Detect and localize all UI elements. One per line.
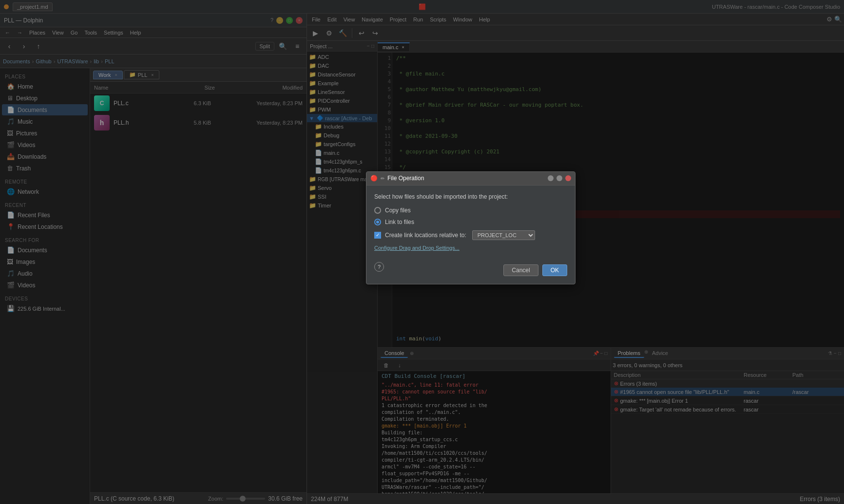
breadcrumb-documents[interactable]: Documents (3, 58, 30, 64)
dolphin-view-menu[interactable]: View (49, 29, 67, 37)
dolphin-maximize-btn[interactable]: □ (286, 17, 293, 24)
problems-tab[interactable]: Problems (614, 349, 644, 358)
tree-item-distance[interactable]: 📁DistanceSensor (307, 70, 377, 79)
ccs-project-menu[interactable]: Project (387, 16, 409, 23)
sidebar-item-documents[interactable]: 📄Documents (2, 104, 88, 115)
file-item-pllh[interactable]: h PLL.h 5.8 KiB Yesterday, 8:23 PM (90, 113, 307, 132)
problems-maximize-icon[interactable]: □ (838, 351, 841, 356)
tree-item-pid[interactable]: 📁PIDController (307, 96, 377, 105)
ccs-file-menu[interactable]: File (309, 16, 324, 23)
tab-work-close-btn[interactable]: × (115, 73, 117, 77)
tree-item-pwm[interactable]: 📁PWM (307, 105, 377, 114)
dialog-maximize-btn[interactable] (556, 175, 562, 181)
tab-pll[interactable]: 📁 PLL × (124, 70, 159, 79)
ccs-run-menu[interactable]: Run (410, 16, 426, 23)
tree-item-includes[interactable]: 📁Includes (307, 122, 377, 131)
problem-item-2[interactable]: ⊗ gmake: *** [main.obj] Error 1 rascar (611, 396, 844, 405)
problem-item-1[interactable]: ⊗ #1965 cannot open source file "lib/PLL… (611, 388, 844, 396)
sidebar-item-home[interactable]: 🏠Home (2, 81, 88, 92)
sidebar-item-music[interactable]: 🎵Music (2, 116, 88, 127)
dialog-help-btn[interactable]: ? (374, 262, 384, 272)
pe-minimize-icon[interactable]: − (367, 43, 370, 49)
link-relative-dropdown[interactable]: PROJECT_LOC (472, 230, 535, 240)
dolphin-places-menu[interactable]: Places (26, 29, 48, 37)
editor-tab-mainc[interactable]: main.c × (378, 42, 410, 51)
link-relative-checkbox[interactable]: ✓ (374, 232, 381, 239)
breadcrumb-utrasware[interactable]: UTRASWare (57, 58, 88, 64)
sidebar-item-network[interactable]: 🌐Network (2, 186, 88, 197)
ccs-navigate-menu[interactable]: Navigate (359, 16, 385, 23)
tab-work[interactable]: Work × (93, 71, 123, 79)
sidebar-item-disk[interactable]: 💾225.6 GiB Internal... (2, 303, 88, 314)
dolphin-help-menu[interactable]: Help (127, 29, 144, 37)
sidebar-item-videos[interactable]: 🎬Videos (2, 139, 88, 150)
pe-maximize-icon[interactable]: □ (371, 43, 374, 49)
dialog-close-btn[interactable] (565, 175, 571, 181)
dialog-cancel-btn[interactable]: Cancel (503, 264, 538, 276)
console-clear-btn[interactable]: 🗑 (380, 359, 392, 372)
file-item-pllc[interactable]: C PLL.c 6.3 KiB Yesterday, 8:23 PM (90, 93, 307, 113)
split-btn[interactable]: Split (255, 42, 274, 51)
tree-item-mainc[interactable]: 📄main.c (307, 149, 377, 157)
zoom-slider[interactable] (226, 498, 265, 500)
nav-back-btn[interactable]: ‹ (3, 40, 16, 53)
ccs-window-menu[interactable]: Window (450, 16, 475, 23)
nav-forward-btn[interactable]: › (18, 40, 30, 53)
dialog-option-copy[interactable]: Copy files (374, 207, 567, 214)
advice-tab[interactable]: Advice (648, 349, 672, 358)
tree-item-dac[interactable]: 📁DAC (307, 61, 377, 70)
toolbar-icon-2[interactable]: 🔍 (834, 16, 842, 23)
ccs-help-menu[interactable]: Help (476, 16, 493, 23)
ccs-scripts-menu[interactable]: Scripts (427, 16, 449, 23)
sidebar-item-recent-files[interactable]: 📄Recent Files (2, 209, 88, 221)
sidebar-item-search-audio[interactable]: 🎵Audio (2, 268, 88, 279)
breadcrumb-pll[interactable]: PLL (105, 58, 115, 64)
problem-item-3[interactable]: ⊗ gmake: Target 'all' not remade because… (611, 405, 844, 414)
configure-dnd-link[interactable]: Configure Drag and Drop Settings... (374, 245, 567, 251)
tab-project1-md[interactable]: _project1.md (13, 2, 53, 11)
tree-item-linesensor[interactable]: 📁LineSensor (307, 88, 377, 96)
sidebar-item-downloads[interactable]: 📥Downloads (2, 151, 88, 162)
sidebar-item-desktop[interactable]: 🖥Desktop (2, 93, 88, 104)
ccs-tool-4[interactable]: ↩ (355, 27, 368, 39)
ccs-tool-3[interactable]: 🔨 (336, 27, 349, 39)
sidebar-item-search-videos[interactable]: 🎬Videos (2, 280, 88, 291)
dolphin-go-menu[interactable]: Go (68, 29, 81, 37)
problems-minimize-icon[interactable]: − (834, 351, 837, 356)
radio-copy[interactable] (374, 207, 381, 214)
problems-filter-icon[interactable]: ⚗ (828, 351, 832, 356)
dolphin-tools-menu[interactable]: Tools (81, 29, 100, 37)
dolphin-forward-btn[interactable]: → (14, 29, 25, 37)
ccs-edit-menu[interactable]: Edit (325, 16, 340, 23)
dolphin-minimize-btn[interactable]: − (276, 17, 283, 24)
tree-item-tm4c-s[interactable]: 📄tm4c123gh6pm_s (307, 157, 377, 166)
tab-pll-close-btn[interactable]: × (151, 73, 153, 77)
sidebar-item-search-images[interactable]: 🖼Images (2, 256, 88, 267)
ccs-tool-5[interactable]: ↪ (369, 27, 382, 39)
nav-up-btn[interactable]: ↑ (32, 40, 45, 53)
dolphin-back-btn[interactable]: ← (2, 29, 13, 37)
dolphin-settings-menu[interactable]: Settings (101, 29, 126, 37)
toolbar-icon-1[interactable]: ⚙ (826, 16, 832, 23)
radio-link[interactable] (374, 219, 381, 225)
dolphin-close-btn[interactable]: × (296, 17, 303, 24)
sidebar-item-search-docs[interactable]: 📄Documents (2, 244, 88, 256)
console-maximize-icon[interactable]: □ (604, 351, 607, 356)
dialog-option-link[interactable]: Link to files (374, 219, 567, 225)
editor-tab-mainc-close[interactable]: × (402, 45, 404, 50)
console-pin-icon[interactable]: 📌 (593, 351, 599, 356)
ccs-view-menu[interactable]: View (341, 16, 358, 23)
tree-item-debug[interactable]: 📁Debug (307, 131, 377, 140)
tree-item-targetconfigs[interactable]: 📁targetConfigs (307, 140, 377, 149)
console-scroll-btn[interactable]: ↓ (393, 359, 406, 372)
tree-item-example[interactable]: 📁Example (307, 79, 377, 88)
console-minimize-icon[interactable]: − (600, 351, 603, 356)
dialog-minimize-btn[interactable] (548, 175, 554, 181)
console-tab[interactable]: Console (381, 349, 408, 358)
zoom-thumb[interactable] (240, 496, 246, 502)
sidebar-item-recent-locations[interactable]: 📍Recent Locations (2, 221, 88, 232)
ccs-tool-1[interactable]: ▶ (309, 27, 322, 39)
tree-item-rascar[interactable]: ▼ 🔷 rascar [Active - Deb (307, 114, 377, 122)
breadcrumb-github[interactable]: Github (36, 58, 51, 64)
file-operation-dialog[interactable]: 🔴 ✏ File Operation Select how files shou… (366, 171, 575, 284)
